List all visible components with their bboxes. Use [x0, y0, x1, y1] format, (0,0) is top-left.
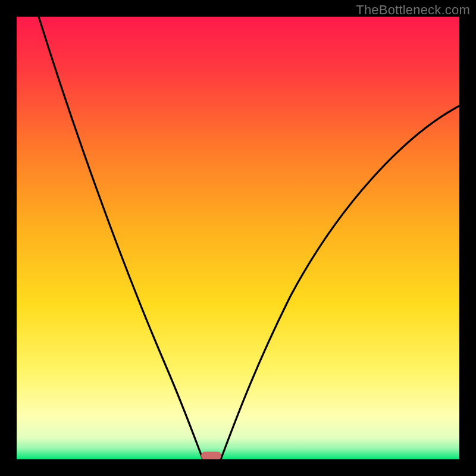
- gradient-background: [17, 17, 459, 459]
- watermark-text: TheBottleneck.com: [356, 2, 470, 18]
- bottleneck-marker: [201, 452, 221, 459]
- chart-svg: [17, 17, 459, 459]
- plot-area: [17, 17, 459, 459]
- chart-frame: TheBottleneck.com: [0, 0, 476, 476]
